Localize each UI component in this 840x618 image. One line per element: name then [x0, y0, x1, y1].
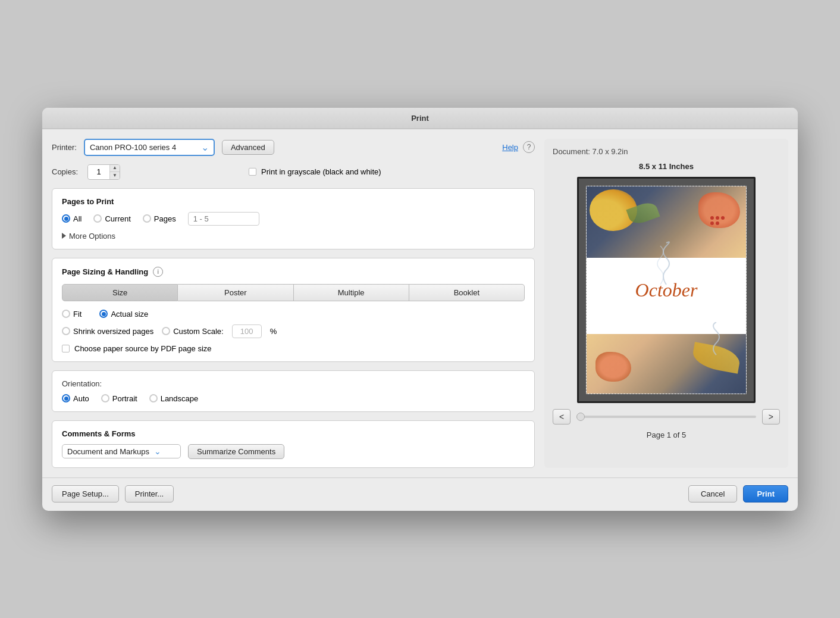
help-icon[interactable]: ? — [523, 141, 535, 153]
printer-row: Printer: Canon PRO-100 series 4 ⌄ Advanc… — [52, 139, 535, 156]
advanced-button[interactable]: Advanced — [222, 140, 274, 155]
page-setup-button[interactable]: Page Setup... — [52, 485, 119, 502]
copies-down-button[interactable]: ▼ — [110, 172, 120, 179]
comments-title: Comments & Forms — [62, 429, 525, 438]
more-options-label: More Options — [69, 232, 115, 241]
page-sizing-info-icon[interactable]: i — [153, 267, 163, 277]
custom-scale-option[interactable]: Custom Scale: — [162, 327, 224, 336]
portrait-option[interactable]: Portrait — [101, 394, 137, 403]
shrink-label: Shrink oversized pages — [73, 327, 153, 336]
more-options-arrow — [62, 233, 66, 239]
berry1 — [710, 216, 714, 220]
copies-input-wrap: 1 ▲ ▼ — [87, 164, 120, 180]
title-bar: Print — [42, 108, 798, 129]
size-options-row2: Shrink oversized pages Custom Scale: % — [62, 324, 525, 338]
copies-row: Copies: 1 ▲ ▼ Print in grayscale (black … — [52, 164, 535, 180]
copies-input[interactable]: 1 — [88, 166, 109, 178]
auto-option[interactable]: Auto — [62, 394, 89, 403]
choose-paper-label: Choose paper source by PDF page size — [74, 344, 212, 353]
sizing-tab-booklet[interactable]: Booklet — [409, 284, 525, 301]
pages-section-title: Pages to Print — [62, 197, 525, 206]
printer-button[interactable]: Printer... — [125, 485, 174, 502]
sizing-tab-poster[interactable]: Poster — [178, 284, 293, 301]
prev-page-button[interactable]: < — [553, 409, 571, 425]
pages-pages-label: Pages — [154, 214, 176, 223]
fit-label: Fit — [73, 310, 82, 319]
printer-dropdown-icon: ⌄ — [201, 142, 209, 153]
berry4 — [710, 221, 714, 225]
landscape-radio[interactable] — [149, 394, 158, 402]
auto-radio[interactable] — [62, 394, 70, 402]
shrink-option[interactable]: Shrink oversized pages — [62, 327, 153, 336]
orientation-label: Orientation: — [62, 379, 525, 388]
landscape-option[interactable]: Landscape — [149, 394, 199, 403]
pages-pages-radio[interactable] — [143, 214, 151, 223]
print-button[interactable]: Print — [743, 485, 788, 502]
preview-artwork: October — [587, 186, 746, 394]
comments-dropdown-icon: ⌄ — [154, 447, 161, 456]
fit-option[interactable]: Fit — [62, 310, 82, 319]
page-slider[interactable] — [576, 416, 756, 418]
pages-all-label: All — [73, 214, 82, 223]
custom-scale-radio[interactable] — [162, 327, 170, 335]
artwork-squiggles-bottom — [704, 322, 728, 358]
next-page-button[interactable]: > — [762, 409, 780, 425]
left-panel: Printer: Canon PRO-100 series 4 ⌄ Advanc… — [52, 139, 535, 468]
help-link[interactable]: Help — [502, 143, 518, 152]
october-text: October — [635, 279, 698, 301]
pages-all-radio[interactable] — [62, 214, 70, 223]
size-options-row1: Fit Actual size — [62, 310, 525, 319]
pages-to-print-section: Pages to Print All Current Pages — [52, 188, 535, 249]
orientation-section: Orientation: Auto Portrait Landscape — [52, 370, 535, 412]
pages-all-option[interactable]: All — [62, 214, 82, 223]
preview-outer: October — [577, 177, 756, 403]
fit-radio[interactable] — [62, 310, 70, 318]
artwork-berries — [710, 216, 728, 225]
pages-current-radio[interactable] — [93, 214, 102, 223]
grayscale-option: Print in grayscale (black and white) — [249, 167, 381, 176]
dialog-body: Printer: Canon PRO-100 series 4 ⌄ Advanc… — [42, 129, 798, 477]
pages-pages-option[interactable]: Pages — [143, 214, 176, 223]
pages-options: All Current Pages — [62, 212, 525, 226]
berry3 — [721, 216, 725, 220]
sizing-tab-size[interactable]: Size — [62, 284, 178, 301]
custom-scale-label: Custom Scale: — [173, 327, 224, 336]
comments-row: Document and Markups ⌄ Summarize Comment… — [62, 444, 525, 459]
pages-current-option[interactable]: Current — [93, 214, 130, 223]
comments-section: Comments & Forms Document and Markups ⌄ … — [52, 420, 535, 468]
actual-size-label: Actual size — [111, 310, 148, 319]
pages-range-input[interactable] — [188, 212, 259, 226]
comments-select[interactable]: Document and Markups ⌄ — [62, 444, 181, 458]
page-sizing-section: Page Sizing & Handling i Size Poster Mul… — [52, 258, 535, 362]
grayscale-checkbox[interactable] — [249, 168, 256, 176]
copies-spinners: ▲ ▼ — [109, 165, 120, 179]
printer-select[interactable]: Canon PRO-100 series 4 ⌄ — [84, 139, 215, 156]
portrait-label: Portrait — [112, 394, 137, 403]
doc-info: Document: 7.0 x 9.2in — [553, 147, 628, 156]
bottom-row: Page Setup... Printer... Cancel Print — [42, 477, 798, 511]
page-indicator: Page 1 of 5 — [647, 430, 687, 439]
nav-row: < > — [553, 409, 780, 425]
size-options-row3: Choose paper source by PDF page size — [62, 344, 525, 353]
actual-size-radio[interactable] — [99, 310, 108, 318]
summarize-comments-button[interactable]: Summarize Comments — [188, 444, 284, 459]
copies-label: Copies: — [52, 167, 78, 176]
berry5 — [716, 221, 719, 225]
auto-label: Auto — [73, 394, 89, 403]
sizing-tab-multiple[interactable]: Multiple — [294, 284, 409, 301]
more-options-toggle[interactable]: More Options — [62, 232, 525, 241]
orientation-options: Auto Portrait Landscape — [62, 394, 525, 403]
portrait-radio[interactable] — [101, 394, 109, 402]
shrink-radio[interactable] — [62, 327, 70, 335]
choose-paper-checkbox[interactable] — [62, 345, 70, 352]
copies-up-button[interactable]: ▲ — [110, 165, 120, 172]
actual-size-option[interactable]: Actual size — [99, 310, 148, 319]
landscape-label: Landscape — [161, 394, 199, 403]
custom-scale-input[interactable] — [232, 324, 262, 338]
pages-current-label: Current — [105, 214, 130, 223]
comments-value: Document and Markups — [67, 447, 149, 456]
page-sizing-title-row: Page Sizing & Handling i — [62, 267, 525, 277]
grayscale-label: Print in grayscale (black and white) — [261, 167, 381, 176]
help-area: Help ? — [502, 141, 535, 153]
cancel-button[interactable]: Cancel — [688, 485, 737, 502]
